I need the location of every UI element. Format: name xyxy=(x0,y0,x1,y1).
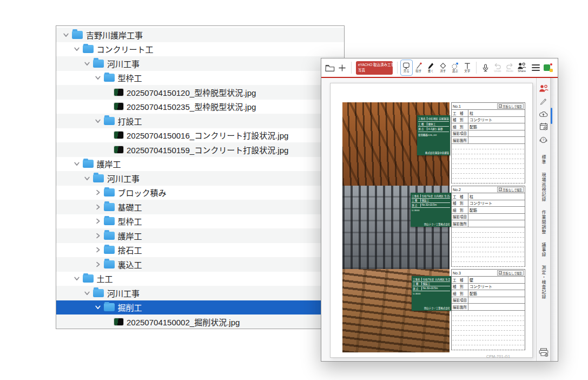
support-help-icon[interactable]: ? xyxy=(539,136,548,145)
tree-row[interactable]: 捨石工 xyxy=(56,243,344,258)
chevron-icon[interactable] xyxy=(94,247,102,253)
tree-row[interactable]: 裏込工 xyxy=(56,257,344,272)
tree-row[interactable]: 基礎工 xyxy=(56,200,344,214)
field-value[interactable]: コンクリート xyxy=(468,200,525,206)
note-title-badge[interactable]: eYACHO 取込済み工事 写真 xyxy=(356,61,393,75)
voice-memo-button[interactable] xyxy=(479,60,491,76)
form-template-tab[interactable]: 測定・検査記録 xyxy=(540,265,546,299)
tree-row[interactable]: 護岸工 xyxy=(56,228,344,243)
chevron-icon[interactable] xyxy=(94,218,102,224)
no-blackboard-checkbox[interactable]: 黒板なしで撮影 xyxy=(497,270,524,276)
field-value[interactable]: 配筋 xyxy=(468,207,525,213)
tree-item-label: ブロック積み xyxy=(118,187,167,198)
field-value[interactable]: 壁 xyxy=(468,277,525,283)
form-template-tab[interactable]: 現場巡視記録 xyxy=(540,173,546,202)
tree-item-label: 型枠工 xyxy=(118,215,142,227)
field-value[interactable]: コンクリート xyxy=(468,117,525,122)
no-blackboard-checkbox[interactable]: 黒板なしで撮影 xyxy=(497,187,524,192)
tree-item-label: 20250704150002_掘削状況.jpg xyxy=(127,316,240,327)
tool-text-button[interactable]: 文字 xyxy=(461,60,473,76)
form-template-tab[interactable]: 標準 xyxy=(540,155,546,165)
tree-row[interactable]: 20250704150120_型枠脱型状況.jpg xyxy=(56,85,344,100)
form-field-row: 撮影項目 xyxy=(452,130,525,137)
redo-button[interactable]: Redo xyxy=(504,60,516,76)
tree-row[interactable]: 20250704150016_コンクリート打設状況.jpg xyxy=(56,128,344,143)
chevron-icon[interactable] xyxy=(94,204,102,210)
form-field-row: 撮影項目 xyxy=(452,214,525,221)
tree-item-label: 河川工事 xyxy=(107,287,140,299)
empty-ruled-line xyxy=(452,252,524,257)
checkbox-icon xyxy=(499,188,502,191)
field-value[interactable]: 柱 xyxy=(468,110,525,116)
pen-settings-icon[interactable] xyxy=(539,97,547,105)
chevron-icon[interactable] xyxy=(83,61,91,67)
tree-row[interactable]: 型枠工 xyxy=(56,71,344,86)
tree-row[interactable]: 掘削工 xyxy=(56,300,344,315)
eyacho-window: eYACHO 取込済み工事 写真 見る 指す 書く 消す xyxy=(321,58,558,362)
tool-select-button[interactable]: 選ぶ xyxy=(449,60,461,76)
empty-ruled-line xyxy=(452,164,524,169)
tree-row[interactable]: 河川工事 xyxy=(56,286,344,300)
form-field-row: 種 別コンクリート xyxy=(452,117,525,124)
blackboard-row: 工 種舗装工 xyxy=(412,199,450,204)
tree-row[interactable]: 20250704150002_掘削状況.jpg xyxy=(56,315,344,329)
tree-item-label: 基礎工 xyxy=(118,201,142,213)
field-value[interactable]: 配筋 xyxy=(468,291,525,296)
checkbox-label: 黒板なしで撮影 xyxy=(503,104,522,108)
chevron-icon[interactable] xyxy=(94,233,102,239)
print-settings-icon[interactable] xyxy=(539,348,549,357)
tree-row[interactable]: 20250704150235_型枠脱型状況.jpg xyxy=(56,100,344,114)
undo-button[interactable]: Undo xyxy=(491,60,503,76)
chevron-icon[interactable] xyxy=(94,261,102,267)
field-value[interactable]: 柱 xyxy=(468,194,525,199)
chevron-icon[interactable] xyxy=(72,276,81,281)
chevron-icon[interactable] xyxy=(72,46,81,52)
chevron-icon[interactable] xyxy=(94,189,102,195)
chevron-icon[interactable] xyxy=(72,161,81,167)
tree-item-label: 20250704150120_型枠脱型状況.jpg xyxy=(127,87,256,98)
tree-row[interactable]: コンクリート工 xyxy=(56,42,344,57)
tree-row[interactable]: 護岸工 xyxy=(56,157,344,172)
chevron-icon[interactable] xyxy=(94,75,102,81)
checkbox-label: 黒板なしで撮影 xyxy=(503,271,522,275)
tree-row[interactable]: 河川工事 xyxy=(56,171,344,186)
add-page-button[interactable] xyxy=(336,60,348,76)
tree-row[interactable]: 土工 xyxy=(56,272,344,286)
tree-item-label: 土工 xyxy=(97,273,113,284)
chevron-icon[interactable] xyxy=(83,290,91,296)
tool-erase-button[interactable]: 消す xyxy=(437,60,449,76)
field-value[interactable]: コンクリート xyxy=(468,284,525,289)
form-settings-icon[interactable] xyxy=(539,122,548,131)
tree-row[interactable]: 河川工事 xyxy=(56,56,344,71)
field-label: 種 別 xyxy=(452,117,468,123)
tree-row[interactable]: ブロック積み xyxy=(56,186,344,200)
no-blackboard-checkbox[interactable]: 黒板なしで撮影 xyxy=(497,103,524,109)
field-value[interactable]: 配筋 xyxy=(468,124,525,129)
tool-write-button[interactable]: 書く xyxy=(425,60,437,76)
form-template-tab[interactable]: 議事録 xyxy=(540,243,546,257)
chevron-icon[interactable] xyxy=(83,175,91,181)
tree-row[interactable]: 吉野川護岸工事 xyxy=(56,28,344,42)
chevron-icon[interactable] xyxy=(94,118,102,124)
tree-row[interactable]: 打設工 xyxy=(56,114,344,128)
share-button[interactable]: Share xyxy=(516,60,527,76)
chevron-icon[interactable] xyxy=(94,304,102,310)
chevron-icon[interactable] xyxy=(62,32,70,38)
tree-row[interactable]: 20250704150159_コンクリート打設状況.jpg xyxy=(56,142,344,157)
folder-icon xyxy=(104,188,115,196)
blackboard-row: 工 種舗装工 xyxy=(413,282,450,287)
folder-icon xyxy=(104,246,115,254)
blackboard-note: U-3000 xyxy=(413,292,450,295)
menu-button[interactable] xyxy=(532,64,540,70)
open-folder-button[interactable] xyxy=(324,60,336,76)
tool-point-button[interactable]: 指す xyxy=(413,60,425,76)
empty-ruled-line xyxy=(452,238,524,243)
send-share-icon[interactable] xyxy=(539,110,548,117)
tree-row[interactable]: 型枠工 xyxy=(56,214,344,229)
tree-item-label: 護岸工 xyxy=(118,230,142,241)
collaboration-icon[interactable] xyxy=(539,84,549,92)
empty-ruled-line xyxy=(452,159,524,164)
photo-blackboard: 工事名令和7年度 大内地区 生活道路改良舗装工 種舗装工測 点No.32+10.… xyxy=(411,193,451,227)
tool-view-button[interactable]: 見る xyxy=(400,60,413,76)
form-template-tab[interactable]: 作業間調整 xyxy=(540,210,546,234)
